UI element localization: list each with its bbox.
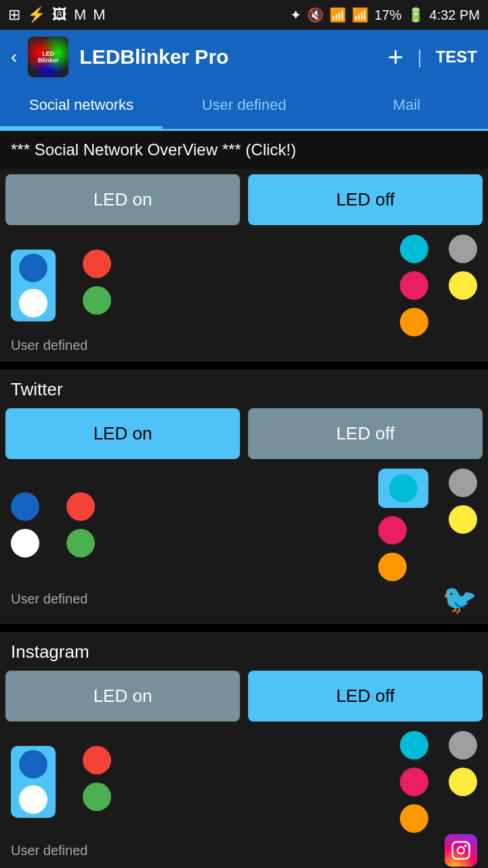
color-gray-instagram[interactable] — [449, 731, 477, 760]
color-orange-twitter[interactable] — [378, 553, 407, 581]
color-col-rg-overview — [83, 250, 111, 315]
led-off-button-overview[interactable]: LED off — [248, 174, 483, 225]
user-defined-label-instagram: User defined — [11, 843, 445, 859]
battery-text: 17% — [374, 7, 401, 23]
color-orange-overview[interactable] — [400, 308, 428, 336]
led-on-button-overview[interactable]: LED on — [5, 174, 240, 225]
color-col-cm-instagram — [400, 731, 428, 833]
app-title: LEDBlinker Pro — [79, 45, 377, 68]
app-bar: ‹ LEDBlinker LEDBlinker Pro + | TEST — [0, 30, 488, 84]
color-cyan-overview[interactable] — [400, 235, 428, 263]
bottom-row-overview: User defined — [0, 338, 488, 360]
color-cyan-twitter[interactable] — [389, 474, 418, 502]
svg-point-1 — [458, 847, 464, 854]
signal-icon: 📶 — [352, 7, 369, 23]
led-button-group-instagram: LED on LED off — [0, 665, 488, 727]
color-red-instagram[interactable] — [83, 746, 111, 774]
usb-icon: ⚡ — [27, 6, 45, 24]
app-bar-actions: + | TEST — [388, 42, 477, 73]
color-green-instagram[interactable] — [83, 783, 111, 811]
tab-mail[interactable]: Mail — [325, 84, 488, 129]
color-col-rg-twitter — [66, 492, 95, 557]
led-on-button-twitter[interactable]: LED on — [5, 408, 240, 459]
led-off-button-twitter[interactable]: LED off — [248, 408, 483, 459]
bottom-row-twitter: User defined 🐦 — [0, 583, 488, 623]
color-white-instagram[interactable] — [19, 785, 47, 814]
sep-1 — [0, 361, 488, 370]
bluetooth-icon: ✦ — [290, 7, 302, 23]
test-button[interactable]: TEST — [436, 47, 477, 66]
led-on-button-instagram[interactable]: LED on — [5, 671, 240, 722]
color-cyan-instagram[interactable] — [400, 731, 428, 760]
svg-rect-0 — [453, 842, 470, 859]
led-button-group-twitter: LED on LED off — [0, 403, 488, 465]
color-yellow-twitter[interactable] — [449, 505, 477, 534]
color-orange-instagram[interactable] — [400, 804, 428, 833]
color-yellow-overview[interactable] — [449, 271, 477, 300]
color-green-twitter[interactable] — [66, 529, 95, 557]
color-gray-overview[interactable] — [449, 235, 477, 263]
color-col-cm-overview — [400, 235, 428, 336]
color-blue-twitter[interactable] — [11, 492, 39, 521]
led-card-instagram: Instagram LED on LED off — [0, 632, 488, 868]
color-white-twitter[interactable] — [11, 529, 39, 557]
color-blue-overview[interactable] — [19, 254, 47, 282]
sep-2 — [0, 624, 488, 632]
twitter-title: Twitter — [0, 370, 488, 403]
wifi-icon: 📶 — [329, 7, 346, 23]
led-card-overview: LED on LED off — [0, 169, 488, 361]
overview-title[interactable]: *** Social Network OverView *** (Click!) — [0, 131, 488, 169]
color-col-gy-twitter — [449, 469, 477, 534]
color-col-gy-overview — [449, 235, 477, 300]
add-button[interactable]: + — [388, 42, 403, 73]
color-magenta-overview[interactable] — [400, 271, 428, 300]
app-logo: LEDBlinker — [28, 37, 68, 77]
right-colors-overview — [400, 235, 477, 336]
back-icon[interactable]: ‹ — [11, 46, 17, 68]
color-red-overview[interactable] — [83, 250, 111, 278]
tab-bar: Social networks User defined Mail — [0, 84, 488, 131]
status-bar-left: ⊞ ⚡ 🖼 M M — [8, 6, 106, 24]
left-colors-overview — [11, 250, 111, 321]
gmail-icon: M — [74, 6, 86, 24]
time-display: 4:32 PM — [430, 7, 480, 23]
color-red-twitter[interactable] — [66, 492, 95, 521]
color-col-bw-twitter — [11, 492, 39, 557]
selected-color-blue-instagram — [11, 746, 56, 818]
right-colors-twitter — [378, 469, 477, 581]
user-defined-label-twitter: User defined — [11, 591, 442, 607]
twitter-icon: 🐦 — [442, 583, 477, 616]
tab-social-networks[interactable]: Social networks — [0, 84, 163, 129]
mute-icon: 🔇 — [307, 7, 324, 23]
color-white-overview[interactable] — [19, 289, 47, 317]
bottom-row-instagram: User defined — [0, 834, 488, 868]
content-area: *** Social Network OverView *** (Click!)… — [0, 131, 488, 868]
color-magenta-twitter[interactable] — [378, 516, 407, 545]
left-colors-instagram — [11, 746, 111, 818]
led-card-twitter: Twitter LED on LED off — [0, 370, 488, 624]
user-defined-label-overview: User defined — [11, 338, 477, 353]
tab-user-defined[interactable]: User defined — [163, 84, 325, 129]
color-yellow-instagram[interactable] — [449, 768, 477, 796]
color-magenta-instagram[interactable] — [400, 768, 428, 796]
led-off-button-instagram[interactable]: LED off — [248, 671, 483, 722]
selected-color-blue — [11, 250, 56, 321]
status-bar-right: ✦ 🔇 📶 📶 17% 🔋 4:32 PM — [290, 7, 480, 23]
color-blue-instagram[interactable] — [19, 750, 47, 778]
instagram-icon — [445, 834, 477, 867]
svg-point-2 — [464, 844, 467, 847]
instagram-title: Instagram — [0, 632, 488, 665]
battery-icon: 🔋 — [407, 7, 424, 23]
color-green-overview[interactable] — [83, 286, 111, 315]
expand-icon: ⊞ — [8, 6, 20, 24]
color-gray-twitter[interactable] — [449, 469, 477, 497]
gmail2-icon: M — [93, 6, 105, 24]
color-row-overview — [0, 231, 488, 338]
twitter-cyan-group — [378, 469, 428, 581]
status-bar: ⊞ ⚡ 🖼 M M ✦ 🔇 📶 📶 17% 🔋 4:32 PM — [0, 0, 488, 30]
color-row-twitter — [0, 465, 488, 583]
left-colors-twitter — [11, 492, 95, 557]
divider: | — [417, 46, 422, 68]
instagram-icon-img — [445, 834, 477, 867]
color-col-rg-instagram — [83, 746, 111, 811]
